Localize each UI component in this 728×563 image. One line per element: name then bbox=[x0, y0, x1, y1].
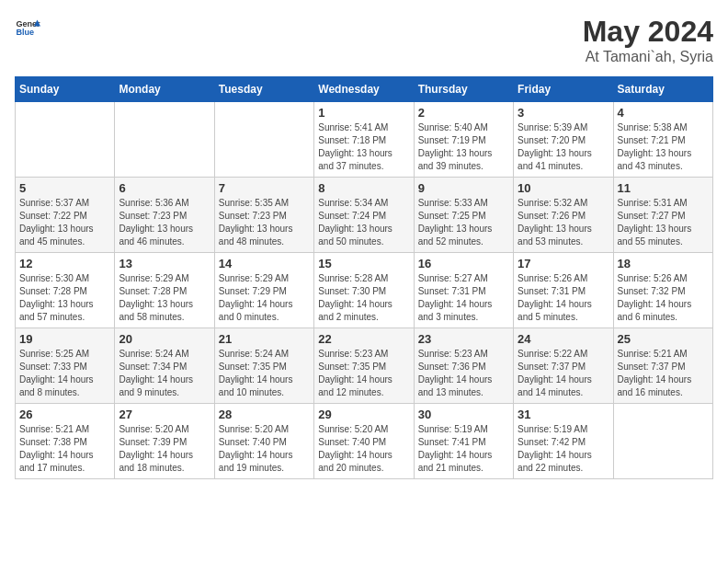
day-header-friday: Friday bbox=[514, 77, 613, 102]
day-number: 5 bbox=[19, 181, 110, 195]
day-number: 28 bbox=[219, 408, 310, 421]
day-cell: 30Sunrise: 5:19 AM Sunset: 7:41 PM Dayli… bbox=[414, 404, 513, 479]
day-info: Sunrise: 5:20 AM Sunset: 7:39 PM Dayligh… bbox=[119, 423, 210, 475]
day-header-saturday: Saturday bbox=[613, 77, 712, 102]
day-info: Sunrise: 5:22 AM Sunset: 7:37 PM Dayligh… bbox=[518, 348, 609, 399]
day-number: 6 bbox=[119, 181, 210, 195]
day-number: 16 bbox=[418, 257, 509, 270]
day-cell: 15Sunrise: 5:28 AM Sunset: 7:30 PM Dayli… bbox=[314, 253, 414, 328]
day-cell: 19Sunrise: 5:25 AM Sunset: 7:33 PM Dayli… bbox=[16, 328, 115, 404]
day-info: Sunrise: 5:33 AM Sunset: 7:25 PM Dayligh… bbox=[418, 197, 509, 248]
day-cell: 31Sunrise: 5:19 AM Sunset: 7:42 PM Dayli… bbox=[514, 404, 613, 479]
week-row-4: 19Sunrise: 5:25 AM Sunset: 7:33 PM Dayli… bbox=[16, 328, 713, 404]
day-cell: 9Sunrise: 5:33 AM Sunset: 7:25 PM Daylig… bbox=[414, 178, 513, 253]
day-info: Sunrise: 5:23 AM Sunset: 7:35 PM Dayligh… bbox=[318, 348, 409, 399]
day-info: Sunrise: 5:40 AM Sunset: 7:19 PM Dayligh… bbox=[418, 121, 509, 173]
day-number: 10 bbox=[518, 181, 609, 195]
day-cell: 18Sunrise: 5:26 AM Sunset: 7:32 PM Dayli… bbox=[613, 253, 712, 328]
week-row-5: 26Sunrise: 5:21 AM Sunset: 7:38 PM Dayli… bbox=[16, 404, 713, 479]
day-info: Sunrise: 5:26 AM Sunset: 7:32 PM Dayligh… bbox=[618, 272, 709, 324]
day-info: Sunrise: 5:31 AM Sunset: 7:27 PM Dayligh… bbox=[618, 197, 709, 248]
day-cell: 3Sunrise: 5:39 AM Sunset: 7:20 PM Daylig… bbox=[514, 102, 613, 178]
day-info: Sunrise: 5:23 AM Sunset: 7:36 PM Dayligh… bbox=[418, 348, 509, 399]
calendar-header: SundayMondayTuesdayWednesdayThursdayFrid… bbox=[16, 77, 713, 102]
calendar-body: 1Sunrise: 5:41 AM Sunset: 7:18 PM Daylig… bbox=[16, 102, 713, 479]
day-cell: 25Sunrise: 5:21 AM Sunset: 7:37 PM Dayli… bbox=[613, 328, 712, 404]
logo: General Blue bbox=[15, 15, 40, 40]
day-header-tuesday: Tuesday bbox=[214, 77, 313, 102]
day-info: Sunrise: 5:38 AM Sunset: 7:21 PM Dayligh… bbox=[618, 121, 709, 173]
day-number: 3 bbox=[518, 106, 609, 120]
title-block: May 2024 At Tamani`ah, Syria bbox=[583, 15, 713, 65]
day-cell: 14Sunrise: 5:29 AM Sunset: 7:29 PM Dayli… bbox=[214, 253, 313, 328]
day-number: 2 bbox=[418, 106, 509, 120]
day-cell: 11Sunrise: 5:31 AM Sunset: 7:27 PM Dayli… bbox=[613, 178, 712, 253]
day-info: Sunrise: 5:27 AM Sunset: 7:31 PM Dayligh… bbox=[418, 272, 509, 324]
day-cell bbox=[16, 102, 115, 178]
day-info: Sunrise: 5:39 AM Sunset: 7:20 PM Dayligh… bbox=[518, 121, 609, 173]
month-year: May 2024 bbox=[583, 15, 713, 49]
day-cell bbox=[115, 102, 214, 178]
day-number: 18 bbox=[618, 257, 709, 270]
day-number: 19 bbox=[19, 332, 110, 346]
day-number: 29 bbox=[318, 408, 409, 421]
day-header-sunday: Sunday bbox=[16, 77, 115, 102]
day-info: Sunrise: 5:37 AM Sunset: 7:22 PM Dayligh… bbox=[19, 197, 110, 248]
day-info: Sunrise: 5:19 AM Sunset: 7:41 PM Dayligh… bbox=[418, 423, 509, 475]
day-number: 14 bbox=[219, 257, 310, 270]
day-number: 20 bbox=[119, 332, 210, 346]
day-info: Sunrise: 5:24 AM Sunset: 7:35 PM Dayligh… bbox=[219, 348, 310, 399]
week-row-3: 12Sunrise: 5:30 AM Sunset: 7:28 PM Dayli… bbox=[16, 253, 713, 328]
day-info: Sunrise: 5:29 AM Sunset: 7:29 PM Dayligh… bbox=[219, 272, 310, 324]
week-row-1: 1Sunrise: 5:41 AM Sunset: 7:18 PM Daylig… bbox=[16, 102, 713, 178]
day-info: Sunrise: 5:30 AM Sunset: 7:28 PM Dayligh… bbox=[19, 272, 110, 324]
day-cell: 8Sunrise: 5:34 AM Sunset: 7:24 PM Daylig… bbox=[314, 178, 414, 253]
header: General Blue May 2024 At Tamani`ah, Syri… bbox=[15, 15, 713, 65]
day-number: 15 bbox=[318, 257, 409, 270]
day-number: 11 bbox=[618, 181, 709, 195]
day-header-monday: Monday bbox=[115, 77, 214, 102]
day-header-thursday: Thursday bbox=[414, 77, 513, 102]
calendar-table: SundayMondayTuesdayWednesdayThursdayFrid… bbox=[15, 76, 713, 479]
day-info: Sunrise: 5:36 AM Sunset: 7:23 PM Dayligh… bbox=[119, 197, 210, 248]
week-row-2: 5Sunrise: 5:37 AM Sunset: 7:22 PM Daylig… bbox=[16, 178, 713, 253]
svg-text:Blue: Blue bbox=[16, 28, 34, 37]
day-number: 27 bbox=[119, 408, 210, 421]
day-cell: 17Sunrise: 5:26 AM Sunset: 7:31 PM Dayli… bbox=[514, 253, 613, 328]
location: At Tamani`ah, Syria bbox=[583, 49, 713, 65]
day-cell: 29Sunrise: 5:20 AM Sunset: 7:40 PM Dayli… bbox=[314, 404, 414, 479]
day-cell: 22Sunrise: 5:23 AM Sunset: 7:35 PM Dayli… bbox=[314, 328, 414, 404]
day-cell: 27Sunrise: 5:20 AM Sunset: 7:39 PM Dayli… bbox=[115, 404, 214, 479]
day-cell: 10Sunrise: 5:32 AM Sunset: 7:26 PM Dayli… bbox=[514, 178, 613, 253]
day-cell: 7Sunrise: 5:35 AM Sunset: 7:23 PM Daylig… bbox=[214, 178, 313, 253]
day-cell: 21Sunrise: 5:24 AM Sunset: 7:35 PM Dayli… bbox=[214, 328, 313, 404]
header-row: SundayMondayTuesdayWednesdayThursdayFrid… bbox=[16, 77, 713, 102]
day-info: Sunrise: 5:29 AM Sunset: 7:28 PM Dayligh… bbox=[119, 272, 210, 324]
day-cell: 6Sunrise: 5:36 AM Sunset: 7:23 PM Daylig… bbox=[115, 178, 214, 253]
day-cell: 1Sunrise: 5:41 AM Sunset: 7:18 PM Daylig… bbox=[314, 102, 414, 178]
day-number: 26 bbox=[19, 408, 110, 421]
day-cell bbox=[214, 102, 313, 178]
day-number: 21 bbox=[219, 332, 310, 346]
day-cell: 28Sunrise: 5:20 AM Sunset: 7:40 PM Dayli… bbox=[214, 404, 313, 479]
day-number: 12 bbox=[19, 257, 110, 270]
day-cell bbox=[613, 404, 712, 479]
day-cell: 20Sunrise: 5:24 AM Sunset: 7:34 PM Dayli… bbox=[115, 328, 214, 404]
day-info: Sunrise: 5:21 AM Sunset: 7:38 PM Dayligh… bbox=[19, 423, 110, 475]
day-number: 30 bbox=[418, 408, 509, 421]
day-cell: 5Sunrise: 5:37 AM Sunset: 7:22 PM Daylig… bbox=[16, 178, 115, 253]
day-number: 17 bbox=[518, 257, 609, 270]
day-cell: 26Sunrise: 5:21 AM Sunset: 7:38 PM Dayli… bbox=[16, 404, 115, 479]
day-cell: 16Sunrise: 5:27 AM Sunset: 7:31 PM Dayli… bbox=[414, 253, 513, 328]
day-info: Sunrise: 5:20 AM Sunset: 7:40 PM Dayligh… bbox=[318, 423, 409, 475]
day-cell: 4Sunrise: 5:38 AM Sunset: 7:21 PM Daylig… bbox=[613, 102, 712, 178]
day-number: 13 bbox=[119, 257, 210, 270]
day-number: 7 bbox=[219, 181, 310, 195]
day-number: 25 bbox=[618, 332, 709, 346]
day-number: 22 bbox=[318, 332, 409, 346]
day-cell: 13Sunrise: 5:29 AM Sunset: 7:28 PM Dayli… bbox=[115, 253, 214, 328]
day-number: 4 bbox=[618, 106, 709, 120]
day-info: Sunrise: 5:19 AM Sunset: 7:42 PM Dayligh… bbox=[518, 423, 609, 475]
day-number: 9 bbox=[418, 181, 509, 195]
day-info: Sunrise: 5:32 AM Sunset: 7:26 PM Dayligh… bbox=[518, 197, 609, 248]
